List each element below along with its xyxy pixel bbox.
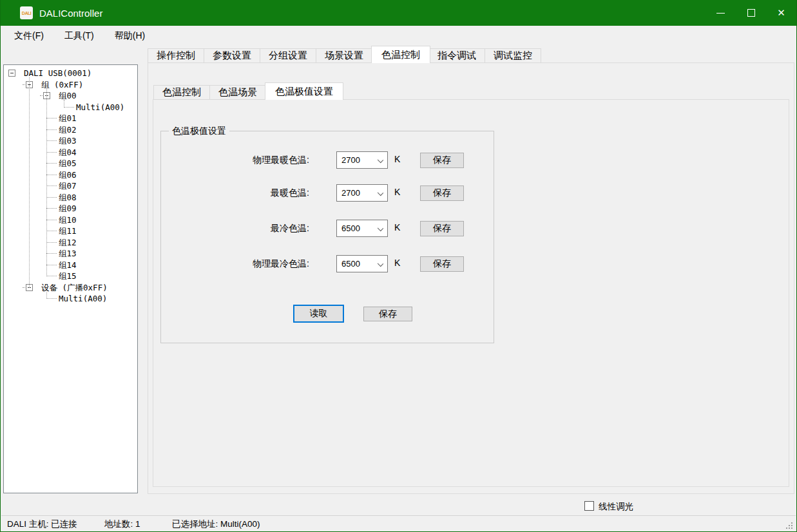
tree-item[interactable]: 组05: [4, 158, 137, 169]
tree-item-label: 组04: [59, 147, 77, 158]
tree-connector: [46, 152, 57, 153]
row-save-button[interactable]: 保存: [420, 153, 464, 168]
tree-item[interactable]: 组03: [4, 135, 137, 147]
sub-tab-1[interactable]: 色温场景: [210, 85, 266, 100]
tree-item-label: Multi(A00): [59, 294, 107, 303]
tree-item[interactable]: 组00: [4, 90, 137, 102]
tree-item[interactable]: 组02: [4, 124, 137, 136]
app-icon: DALI: [20, 6, 33, 19]
unit-label: K: [394, 154, 400, 164]
read-button[interactable]: 读取: [293, 305, 344, 323]
tree-connector: [46, 175, 57, 175]
maximize-icon: [747, 9, 755, 17]
minimize-icon: [716, 13, 725, 14]
tree-item[interactable]: 设备 (广播0xFF): [4, 282, 137, 294]
cct-value-combobox[interactable]: 2700: [336, 184, 388, 202]
tree-item-label: 组13: [59, 249, 77, 260]
tree-connector: [46, 231, 57, 231]
main-tab-strip: 操作控制参数设置分组设置场景设置色温控制指令调试调试监控: [148, 46, 541, 63]
tree-item[interactable]: 组01: [4, 113, 137, 124]
tree-item-label: 组12: [59, 238, 77, 249]
main-tab-2[interactable]: 分组设置: [260, 48, 316, 63]
tree-item-label: 组05: [59, 158, 77, 169]
tree-item-label: Multi(A00): [76, 102, 124, 112]
tree-item-label: 组10: [59, 215, 77, 226]
main-tab-0[interactable]: 操作控制: [148, 48, 204, 63]
tree-item[interactable]: 组13: [4, 248, 137, 260]
unit-label: K: [394, 258, 400, 268]
tree-item[interactable]: DALI USB(0001): [4, 68, 137, 79]
row-save-button[interactable]: 保存: [420, 185, 464, 201]
tree-item[interactable]: 组12: [4, 237, 137, 249]
cct-value-combobox[interactable]: 6500: [336, 255, 388, 272]
menu-item-1[interactable]: 工具(T): [57, 27, 102, 45]
main-tab-1[interactable]: 参数设置: [204, 48, 260, 63]
tree-guide: [46, 292, 47, 299]
tree-item[interactable]: 组14: [4, 260, 137, 271]
maximize-button[interactable]: [736, 0, 766, 26]
cct-form-row: 最暖色温:2700K保存: [161, 184, 494, 202]
cct-form-row: 最冷色温:6500K保存: [161, 220, 494, 238]
tree-item-label: 组15: [59, 271, 77, 282]
menu-item-0[interactable]: 文件(F): [6, 27, 52, 45]
minimize-button[interactable]: [706, 0, 736, 26]
tree-item[interactable]: Multi(A00): [4, 102, 137, 113]
cct-limits-groupbox: 色温极值设置 物理最暖色温:2700K保存最暖色温:2700K保存最冷色温:65…: [160, 131, 494, 343]
chevron-down-icon: [378, 157, 383, 163]
cct-value-combobox[interactable]: 2700: [336, 151, 388, 169]
device-tree: DALI USB(0001)组 (0xFF)组00Multi(A00)组01组0…: [3, 64, 138, 493]
tree-item[interactable]: 组07: [4, 180, 137, 192]
cct-row-label: 最冷色温:: [161, 223, 309, 234]
tree-item-label: 组 (0xFF): [41, 80, 83, 91]
tree-item-label: 组03: [59, 136, 77, 147]
tree-connector: [46, 163, 57, 164]
tree-item-label: 组14: [59, 260, 77, 271]
window-title: DALIController: [39, 8, 102, 19]
main-tab-3[interactable]: 场景设置: [316, 48, 372, 63]
row-save-button[interactable]: 保存: [420, 256, 464, 272]
tree-connector: [46, 129, 57, 130]
main-tab-5[interactable]: 指令调试: [429, 48, 485, 63]
tree-connector: [46, 118, 57, 119]
tree-connector: [46, 242, 57, 243]
linear-dimming-label: 线性调光: [599, 501, 633, 513]
sub-tab-strip: 色温控制色温场景色温极值设置: [153, 82, 342, 100]
tree-item[interactable]: 组15: [4, 271, 137, 282]
tree-item-label: 组09: [59, 204, 77, 214]
tree-item-label: 组01: [59, 113, 77, 124]
title-bar: DALI DALIController ✕: [1, 0, 796, 26]
groupbox-title: 色温极值设置: [169, 126, 229, 137]
tree-expander-icon[interactable]: [8, 70, 15, 77]
tree-connector: [46, 220, 57, 220]
tree-connector: [46, 253, 57, 254]
tree-item[interactable]: 组 (0xFF): [4, 79, 137, 91]
app-window: DALI DALIController ✕ 文件(F)工具(T)帮助(H) 操作…: [0, 0, 797, 532]
tree-item[interactable]: Multi(A00): [4, 293, 137, 305]
status-address-count: 地址数: 1: [104, 518, 140, 530]
tree-item[interactable]: 组06: [4, 169, 137, 181]
cct-row-label: 物理最冷色温:: [161, 258, 309, 270]
sub-tab-0[interactable]: 色温控制: [153, 85, 210, 100]
linear-dimming-checkbox[interactable]: [584, 501, 594, 511]
row-save-button[interactable]: 保存: [420, 221, 464, 236]
cct-form-row: 物理最暖色温:2700K保存: [161, 151, 494, 169]
tree-item[interactable]: 组04: [4, 147, 137, 158]
tree-item[interactable]: 组09: [4, 203, 137, 214]
tree-item[interactable]: 组11: [4, 225, 137, 237]
tree-connector: [64, 107, 74, 108]
tree-item-label: 组00: [59, 91, 77, 102]
tree-item[interactable]: 组08: [4, 192, 137, 204]
cct-value-combobox[interactable]: 6500: [336, 220, 388, 237]
tree-guide: [29, 77, 30, 288]
tree-connector: [46, 208, 57, 209]
main-tab-4[interactable]: 色温控制: [371, 46, 430, 63]
sub-tab-2[interactable]: 色温极值设置: [265, 82, 343, 100]
main-tab-6[interactable]: 调试监控: [485, 48, 541, 63]
tree-connector: [46, 185, 57, 186]
resize-grip-icon[interactable]: [791, 527, 792, 529]
menu-item-2[interactable]: 帮助(H): [107, 27, 153, 45]
status-bar: DALI 主机: 已连接 地址数: 1 已选择地址: Multi(A00): [1, 515, 796, 531]
close-button[interactable]: ✕: [766, 0, 796, 26]
tree-item[interactable]: 组10: [4, 214, 137, 226]
save-button[interactable]: 保存: [363, 307, 412, 321]
